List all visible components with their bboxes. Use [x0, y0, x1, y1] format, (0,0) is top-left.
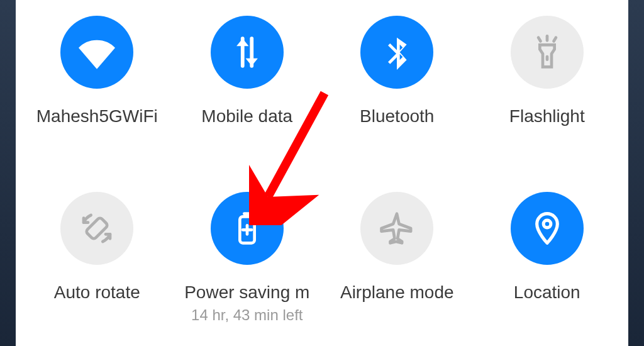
wifi-icon [79, 34, 115, 70]
airplane-mode-toggle[interactable] [360, 192, 433, 265]
bluetooth-label: Bluetooth [331, 106, 463, 126]
auto-rotate-label: Auto rotate [31, 282, 163, 303]
power-saving-toggle[interactable] [211, 192, 284, 265]
wifi-toggle[interactable] [60, 16, 133, 89]
svg-point-11 [543, 220, 551, 228]
tile-airplane-mode: Airplane mode [328, 192, 466, 324]
battery-saver-icon [230, 211, 265, 246]
power-saving-label: Power saving m [181, 282, 313, 303]
quick-settings-grid: Mahesh5GWiFi Mobile data [22, 0, 622, 340]
location-label: Location [481, 282, 613, 303]
tile-flashlight: Flashlight [478, 16, 616, 148]
tile-bluetooth: Bluetooth [328, 16, 466, 148]
bluetooth-toggle[interactable] [360, 16, 433, 89]
airplane-mode-label: Airplane mode [331, 282, 463, 303]
tile-power-saving: Power saving m 14 hr, 43 min left [178, 192, 316, 324]
location-toggle[interactable] [511, 192, 584, 265]
tile-mobile-data: Mobile data [178, 16, 316, 148]
tile-location: Location [478, 192, 616, 324]
quick-settings-panel: Mahesh5GWiFi Mobile data [16, 0, 628, 346]
mobile-data-label: Mobile data [181, 106, 313, 126]
auto-rotate-icon [79, 211, 114, 246]
window-border-left [0, 0, 16, 346]
mobile-data-toggle[interactable] [211, 16, 284, 89]
wifi-label: Mahesh5GWiFi [31, 106, 163, 126]
svg-line-4 [553, 38, 556, 42]
auto-rotate-toggle[interactable] [60, 192, 133, 265]
mobile-data-icon [229, 34, 265, 70]
window-border-right [628, 0, 644, 346]
power-saving-sub: 14 hr, 43 min left [191, 306, 303, 324]
location-icon [530, 211, 565, 246]
bluetooth-icon [379, 35, 414, 70]
svg-rect-6 [86, 217, 108, 240]
tile-auto-rotate: Auto rotate [28, 192, 166, 324]
tile-wifi: Mahesh5GWiFi [28, 16, 166, 148]
flashlight-toggle[interactable] [511, 16, 584, 89]
svg-line-3 [538, 38, 541, 42]
airplane-icon [379, 211, 414, 246]
flashlight-label: Flashlight [481, 106, 613, 126]
flashlight-icon [530, 35, 565, 70]
